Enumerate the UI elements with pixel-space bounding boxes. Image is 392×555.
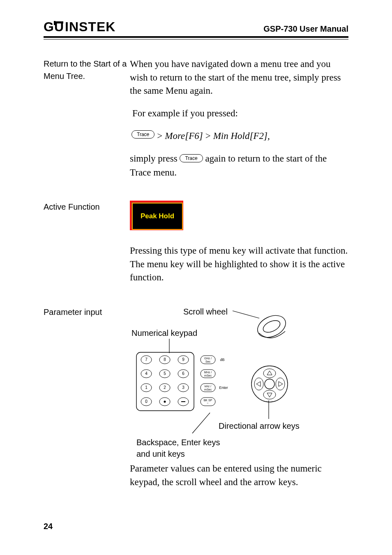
para-return-1: When you have navigated down a menu tree… <box>130 58 348 98</box>
svg-text:Enter: Enter <box>219 386 228 390</box>
svg-rect-3 <box>54 21 55 25</box>
svg-text:9: 9 <box>182 357 184 362</box>
para-param-1: Parameter values can be entered using th… <box>130 462 348 489</box>
gt-1: > <box>157 130 162 143</box>
svg-rect-2 <box>54 21 63 23</box>
para-return-3a: simply press <box>130 153 180 164</box>
svg-point-10 <box>261 318 282 335</box>
header-rule-thin <box>44 39 348 39</box>
svg-point-51 <box>265 379 274 389</box>
gt-2: > <box>205 130 211 143</box>
svg-text:0: 0 <box>145 399 148 404</box>
svg-text:8: 8 <box>164 357 166 362</box>
header-rule <box>44 36 348 38</box>
svg-text:MHz /: MHz / <box>204 371 212 374</box>
svg-point-53 <box>263 390 276 399</box>
svg-text:←: ← <box>206 401 210 405</box>
svg-point-50 <box>251 366 288 402</box>
svg-text:GHz /: GHz / <box>204 357 212 360</box>
para-active-1: Pressing this type of menu key will acti… <box>130 244 348 284</box>
svg-text:2: 2 <box>164 385 166 390</box>
svg-text:dB: dB <box>220 358 224 362</box>
svg-text:5: 5 <box>164 371 166 376</box>
svg-text:1: 1 <box>145 385 148 390</box>
svg-point-55 <box>276 378 285 390</box>
svg-marker-56 <box>267 371 272 375</box>
svg-rect-35 <box>181 401 185 402</box>
svg-line-7 <box>192 413 210 433</box>
doc-title: GSP-730 User Manual <box>263 25 348 34</box>
svg-marker-59 <box>279 382 283 386</box>
svg-marker-58 <box>256 382 261 386</box>
side-label-return: Return to the Start of a Menu Tree. <box>44 58 130 82</box>
svg-point-33 <box>164 400 166 402</box>
side-label-param: Parameter input <box>44 306 130 318</box>
svg-line-5 <box>233 311 259 318</box>
svg-text:mSec: mSec <box>204 388 212 391</box>
section-return-menu: Return to the Start of a Menu Tree. When… <box>44 58 348 179</box>
active-function-box: Peak Hold <box>130 201 183 230</box>
side-label-active: Active Function <box>44 201 130 213</box>
svg-text:Sec: Sec <box>205 360 211 363</box>
svg-text:G: G <box>44 20 54 34</box>
svg-text:7: 7 <box>145 357 148 362</box>
svg-marker-57 <box>267 393 272 397</box>
trace-key-pill: Trace <box>131 130 154 139</box>
para-return-2: For example if you pressed: <box>130 107 348 120</box>
seq-more: More[F6] <box>165 130 203 143</box>
active-function-label: Peak Hold <box>141 211 174 221</box>
parameter-diagram: Scroll wheel Numerical keypad Directiona… <box>130 306 307 458</box>
seq-minhold: Min Hold[F2], <box>213 130 270 143</box>
svg-text:6: 6 <box>182 371 184 376</box>
svg-text:INSTEK: INSTEK <box>65 20 115 34</box>
svg-text:kHz /: kHz / <box>205 385 211 388</box>
section-parameter-input: Parameter input Scroll wheel Numerical k… <box>44 306 348 489</box>
svg-text:mSec: mSec <box>204 374 212 377</box>
page-number: 24 <box>44 522 53 531</box>
svg-text:3: 3 <box>182 385 184 390</box>
svg-point-52 <box>263 369 276 378</box>
brand-logo: G U INSTEK <box>44 20 126 34</box>
svg-point-9 <box>254 311 289 342</box>
section-active-function: Active Function Peak Hold Pressing this … <box>44 201 348 284</box>
svg-point-54 <box>254 378 263 390</box>
trace-key-pill-2: Trace <box>180 154 203 162</box>
svg-text:4: 4 <box>145 371 148 376</box>
